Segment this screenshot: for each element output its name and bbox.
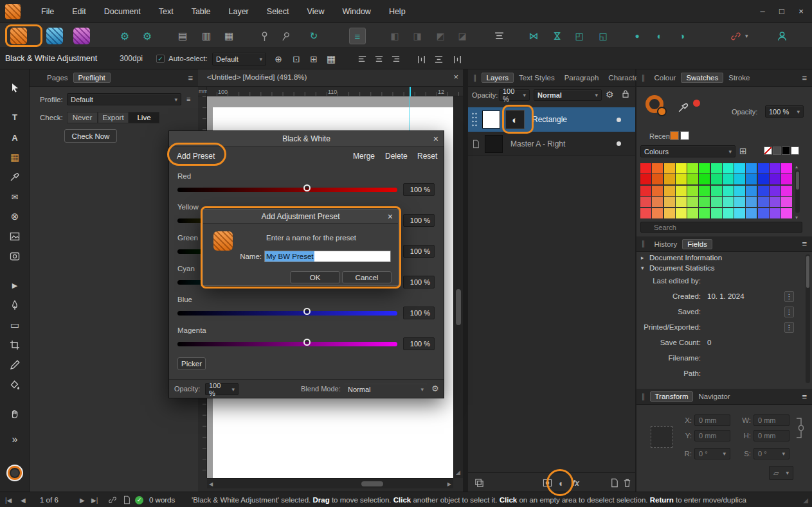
view-tool[interactable] xyxy=(7,406,23,422)
document-tab[interactable]: <Untitled> [Modified] (491.8%) × xyxy=(198,69,463,87)
dialog-opacity-dropdown[interactable]: 100 %▾ xyxy=(205,383,239,395)
field-menu-icon[interactable]: ⋮ xyxy=(784,307,794,317)
remove-layer-icon[interactable] xyxy=(621,477,633,489)
menu-file[interactable]: File xyxy=(32,0,63,23)
data-merge-tool[interactable]: ✉ xyxy=(7,189,23,204)
colour-swatch[interactable] xyxy=(640,174,651,184)
move-to-back-icon[interactable]: ◱ xyxy=(595,28,611,44)
alignment-icon[interactable] xyxy=(491,28,507,44)
vector-brush-tool[interactable] xyxy=(7,357,23,373)
field-menu-icon[interactable]: ⋮ xyxy=(784,322,794,333)
profile-dropdown[interactable]: Default▾ xyxy=(67,93,181,105)
special-swatch[interactable] xyxy=(782,147,790,155)
tab-stroke[interactable]: Stroke xyxy=(724,73,754,83)
adjustment-settings-gear-icon[interactable]: ⚙ xyxy=(431,384,439,393)
first-page-button[interactable]: |◀ xyxy=(5,492,12,507)
persona-designer-icon[interactable] xyxy=(46,28,63,44)
tab-pages[interactable]: Pages xyxy=(42,73,73,83)
preset-name-input[interactable]: My BW Preset xyxy=(264,251,391,262)
adjustment-thumbnail[interactable]: ◐ xyxy=(505,110,525,129)
transform-field-y[interactable]: 0 mm xyxy=(694,430,730,441)
layer-row[interactable]: Master A - Right xyxy=(468,132,635,156)
slider-value-red[interactable]: 100 % xyxy=(403,183,435,196)
add-layer-icon[interactable] xyxy=(608,477,620,489)
colour-swatch[interactable] xyxy=(699,163,710,173)
insert-inside-icon[interactable]: ◨ xyxy=(409,28,426,44)
hscroll-thumb[interactable] xyxy=(361,481,383,486)
colour-swatch[interactable] xyxy=(676,208,687,218)
pen-tool[interactable] xyxy=(7,298,23,313)
layer-row[interactable]: ◐Rectangle xyxy=(468,107,635,132)
transform-field-x[interactable]: 0 mm xyxy=(694,414,730,426)
swatch-scroll-up-icon[interactable]: ▴ xyxy=(795,164,798,170)
persona-photo-icon[interactable] xyxy=(73,28,90,44)
check-mode-export[interactable]: Export xyxy=(98,112,129,123)
insert-behind-icon[interactable]: ◧ xyxy=(386,28,403,44)
flip-horizontal-icon[interactable]: ⋈ xyxy=(525,28,542,44)
swatch-opacity-dropdown[interactable]: 100 %▾ xyxy=(765,105,804,118)
tab-history[interactable]: History xyxy=(650,239,682,249)
hyperlink-icon[interactable] xyxy=(727,28,744,44)
swatch-search-input[interactable] xyxy=(640,222,802,233)
colour-swatch[interactable] xyxy=(781,163,792,173)
fill-tool[interactable] xyxy=(7,377,23,393)
colour-swatch[interactable] xyxy=(746,197,757,207)
slider-value-cyan[interactable]: 100 % xyxy=(403,276,435,289)
chevron-down-icon[interactable]: ▾ xyxy=(745,33,748,39)
no-fill-tool[interactable]: ⊗ xyxy=(7,209,23,224)
colour-swatch[interactable] xyxy=(758,197,769,207)
maximize-button[interactable]: □ xyxy=(772,0,791,22)
layers-opacity-dropdown[interactable]: 100 %▾ xyxy=(499,89,530,101)
colour-swatch[interactable] xyxy=(711,186,722,196)
fill-stroke-selector[interactable] xyxy=(7,465,23,481)
text-wrap-icon[interactable]: ≡ xyxy=(349,28,366,44)
panel-menu-icon[interactable]: ≡ xyxy=(802,239,807,249)
flip-vertical-icon[interactable]: ⋈ xyxy=(549,28,566,44)
colour-swatch[interactable] xyxy=(711,208,722,218)
vscroll-thumb[interactable] xyxy=(456,289,461,325)
ok-button[interactable]: OK xyxy=(290,271,340,283)
swatch-scrollbar[interactable] xyxy=(795,170,800,213)
special-swatch[interactable] xyxy=(764,147,772,155)
reset-button[interactable]: Reset xyxy=(417,152,437,161)
move-to-front-icon[interactable]: ◰ xyxy=(571,28,588,44)
tree-item-document-statistics[interactable]: ▾Document Statistics xyxy=(636,264,806,274)
colour-swatch[interactable] xyxy=(758,163,769,173)
colour-swatch[interactable] xyxy=(758,186,769,196)
add-preset-button[interactable]: Add Preset xyxy=(177,152,215,161)
colour-swatch[interactable] xyxy=(687,208,698,218)
colour-swatch[interactable] xyxy=(711,174,722,184)
slider-blue[interactable] xyxy=(177,311,397,316)
slider-value-blue[interactable]: 100 % xyxy=(403,307,435,319)
colour-swatch[interactable] xyxy=(687,197,698,207)
colour-swatch[interactable] xyxy=(652,208,663,218)
add-pages-icon[interactable]: ▤ xyxy=(174,28,191,44)
pixel-grid-icon[interactable]: ▦ xyxy=(324,52,338,66)
menu-help[interactable]: Help xyxy=(380,0,415,23)
document-setup-icon[interactable]: ⚙ xyxy=(139,28,156,44)
duplicate-pages-icon[interactable]: ▥ xyxy=(198,28,215,44)
colour-swatch[interactable] xyxy=(640,197,651,207)
picker-button[interactable]: Picker xyxy=(177,357,206,370)
style-picker-tool[interactable] xyxy=(7,169,23,184)
check-mode-never[interactable]: Never xyxy=(67,112,98,123)
pin-object-icon[interactable] xyxy=(256,28,273,44)
colour-swatch[interactable] xyxy=(652,186,663,196)
close-preset-dialog-icon[interactable]: × xyxy=(388,211,393,222)
geometry-add-icon[interactable]: ● xyxy=(629,28,645,44)
menu-view[interactable]: View xyxy=(298,0,334,23)
scroll-right-icon[interactable]: ▶ xyxy=(447,481,451,487)
colour-swatch[interactable] xyxy=(770,186,780,196)
layer-visibility-dot[interactable] xyxy=(617,141,621,146)
transform-field-h[interactable]: 0 mm xyxy=(753,430,789,441)
previous-page-button[interactable]: ◀ xyxy=(21,492,26,507)
colour-swatch[interactable] xyxy=(746,208,757,218)
node-tool[interactable]: ▶ xyxy=(7,278,23,293)
colour-swatch[interactable] xyxy=(699,197,710,207)
colour-swatch[interactable] xyxy=(734,186,745,196)
close-window-button[interactable]: × xyxy=(791,0,811,22)
colour-swatch[interactable] xyxy=(770,174,780,184)
menu-text[interactable]: Text xyxy=(150,0,183,23)
add-palette-icon[interactable]: ⊞ xyxy=(739,146,747,156)
colour-swatch[interactable] xyxy=(781,208,792,218)
